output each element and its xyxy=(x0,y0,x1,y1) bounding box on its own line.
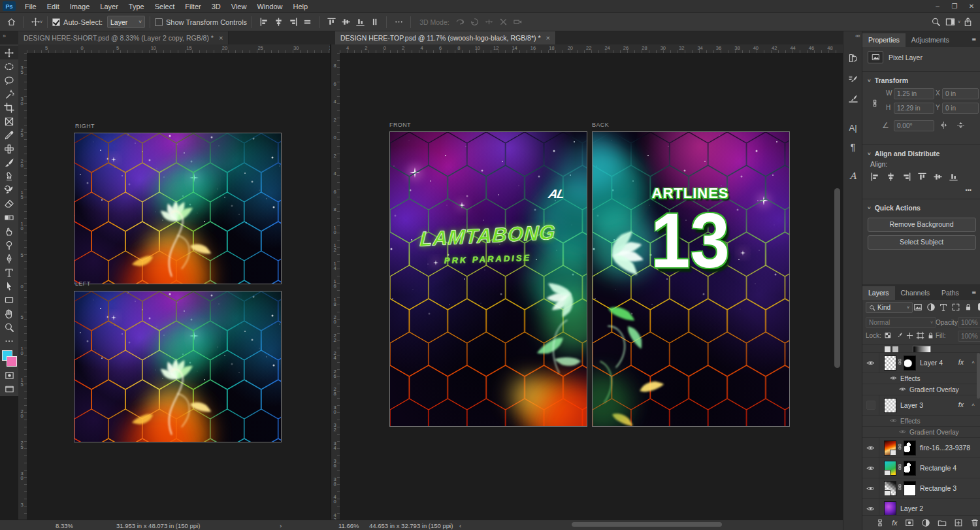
transform-section-header[interactable]: ˅ Transform xyxy=(862,72,980,87)
layer-row[interactable]: Layer 3fx˄ xyxy=(862,395,980,416)
menu-file[interactable]: File xyxy=(20,0,42,12)
close-icon[interactable]: × xyxy=(219,34,223,42)
layer-name[interactable]: fire-16...23-9378 xyxy=(920,444,970,452)
align-left-icon[interactable] xyxy=(870,172,880,182)
opacity-select[interactable]: 100% xyxy=(958,317,980,328)
align-section-header[interactable]: ˅ Align and Distribute xyxy=(862,145,980,160)
layer-mask-thumbnail[interactable] xyxy=(904,481,916,496)
align-more-icon[interactable]: ••• xyxy=(862,186,980,195)
align-bottom-icon[interactable] xyxy=(353,16,367,29)
effect-row[interactable]: Effects xyxy=(862,373,980,384)
flip-horizontal-icon[interactable] xyxy=(939,121,948,129)
lock-move-icon[interactable] xyxy=(906,331,914,340)
paragraph-panel-icon[interactable]: ¶ xyxy=(843,139,862,156)
select-subject-button[interactable]: Select Subject xyxy=(868,235,976,250)
delete-icon[interactable] xyxy=(970,518,979,527)
pen-tool[interactable] xyxy=(0,252,18,265)
flip-vertical-icon[interactable] xyxy=(956,121,965,129)
menu-help[interactable]: Help xyxy=(288,0,314,12)
y-field[interactable]: 0 in xyxy=(942,103,979,114)
layer-row[interactable]: Layer 2 xyxy=(862,499,980,516)
mask-link-icon[interactable] xyxy=(896,484,904,491)
artboard-front[interactable] xyxy=(389,131,587,427)
layer-row[interactable]: Rectangle 3 xyxy=(862,478,980,499)
rotation-field[interactable]: 0.00° xyxy=(894,120,934,131)
adjustment-icon[interactable] xyxy=(926,303,936,312)
menu-edit[interactable]: Edit xyxy=(42,0,65,12)
collapse-effects-icon[interactable]: ˄ xyxy=(972,359,975,365)
type-tool[interactable] xyxy=(0,265,18,279)
mask-link-icon[interactable] xyxy=(896,358,904,365)
fx-badge[interactable]: fx xyxy=(958,358,964,366)
collapse-dock-icon[interactable]: «« xyxy=(843,31,862,41)
tab-design-here-top[interactable]: DESIGN HERE-TOP.psd @ 11.7% (swoosh-logo… xyxy=(335,31,556,44)
filter-shape-icon[interactable] xyxy=(951,303,960,312)
layer-mask-thumbnail[interactable] xyxy=(904,356,916,371)
menu-3d[interactable]: 3D xyxy=(206,0,226,12)
auto-select-checkbox[interactable] xyxy=(52,18,60,26)
visibility-toggle[interactable] xyxy=(862,478,879,498)
layer-name[interactable]: Rectangle 4 xyxy=(920,464,956,472)
tab-properties[interactable]: Properties xyxy=(862,33,906,47)
effect-row[interactable]: Gradient Overlay xyxy=(862,427,980,438)
group-icon[interactable] xyxy=(938,518,947,527)
canvas-top[interactable]: FRONTBACKALLAMTABONGPRK PARADISEARTLINES… xyxy=(340,53,843,520)
quick-actions-header[interactable]: ˅ Quick Actions xyxy=(862,199,980,214)
tab-channels[interactable]: Channels xyxy=(895,286,936,300)
auto-select-target-select[interactable]: Layer˅ xyxy=(107,16,145,28)
link-icon[interactable] xyxy=(875,518,885,527)
layer-row-clipped[interactable] xyxy=(862,345,980,353)
layer-name[interactable]: Layer 3 xyxy=(900,401,923,409)
layer-row[interactable]: Layer 4fx˄ xyxy=(862,353,980,373)
horizontal-scrollbar[interactable] xyxy=(572,522,722,527)
color-swatches[interactable] xyxy=(0,349,18,369)
effect-row[interactable]: Effects xyxy=(862,416,980,427)
collapse-effects-icon[interactable]: ˄ xyxy=(972,402,975,408)
toggle-pill-icon[interactable] xyxy=(975,302,980,312)
layer-thumbnail[interactable] xyxy=(884,398,896,413)
status-chevron-left[interactable]: ‹ xyxy=(459,522,461,529)
align-right-icon[interactable] xyxy=(286,16,300,29)
fill-select[interactable]: 100% xyxy=(958,331,980,342)
frame-tool[interactable] xyxy=(0,114,18,128)
marquee-tool[interactable] xyxy=(0,59,18,73)
padlock-icon[interactable] xyxy=(926,331,935,340)
layer-name[interactable]: Layer 4 xyxy=(920,359,943,367)
visibility-toggle[interactable] xyxy=(862,395,879,415)
lock-transparent-icon[interactable] xyxy=(884,331,892,340)
padlock-icon[interactable] xyxy=(964,303,973,312)
align-top-icon[interactable] xyxy=(917,172,927,182)
clone-stamp-tool[interactable] xyxy=(0,169,18,183)
menu-view[interactable]: View xyxy=(226,0,252,12)
tab-layers[interactable]: Layers xyxy=(862,286,895,300)
character-panel-icon[interactable]: A| xyxy=(843,119,862,136)
visibility-toggle[interactable] xyxy=(890,417,897,424)
options-more-icon[interactable] xyxy=(391,16,406,29)
remove-background-button[interactable]: Remove Background xyxy=(868,218,976,232)
glyphs-panel-icon[interactable]: A xyxy=(843,167,862,184)
menu-filter[interactable]: Filter xyxy=(180,0,206,12)
visibility-toggle[interactable] xyxy=(862,458,879,478)
shape-tool[interactable] xyxy=(0,293,18,306)
chevron-down-icon[interactable]: ˅ xyxy=(40,20,42,24)
layer-row[interactable]: Rectangle 4 xyxy=(862,458,980,478)
vertical-scrollbar[interactable] xyxy=(834,188,840,368)
layer-thumbnail[interactable] xyxy=(884,501,896,516)
history-panel-icon[interactable] xyxy=(843,50,862,67)
artboard-left[interactable] xyxy=(74,291,282,442)
more-tools[interactable] xyxy=(0,334,18,348)
gradient-tool[interactable] xyxy=(0,210,18,224)
search-icon[interactable] xyxy=(929,16,943,29)
layers-scrollbar[interactable] xyxy=(977,353,980,399)
align-right-icon[interactable] xyxy=(902,172,911,182)
new-layer-icon[interactable] xyxy=(954,518,963,527)
filter-image-icon[interactable] xyxy=(913,303,923,312)
quick-mask-icon[interactable] xyxy=(0,369,18,382)
restore-button[interactable]: ❐ xyxy=(946,0,963,12)
visibility-toggle[interactable] xyxy=(862,499,879,516)
layer-name[interactable]: Rectangle 3 xyxy=(920,484,956,492)
filter-kind-select[interactable]: Kind˅ xyxy=(866,302,913,313)
tab-paths[interactable]: Paths xyxy=(936,286,965,300)
status-chevron[interactable]: › xyxy=(280,522,282,529)
zoom-level-top[interactable]: 11.66% xyxy=(338,522,359,529)
